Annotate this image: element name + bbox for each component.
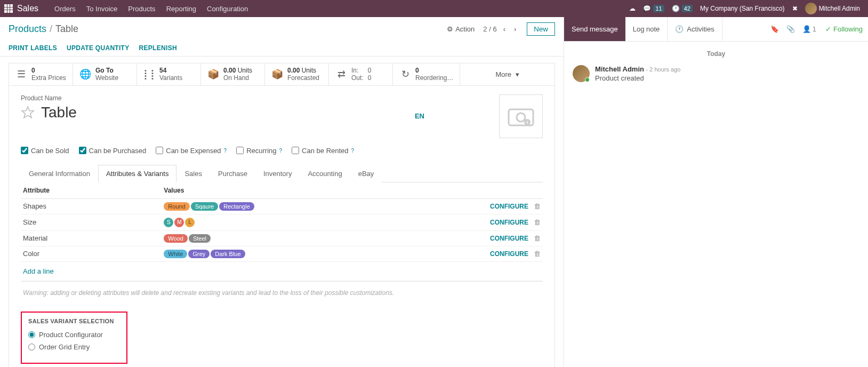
- stat-forecasted[interactable]: 📦 0.00 UnitsForecasted: [265, 63, 329, 85]
- menu-orders[interactable]: Orders: [49, 5, 81, 13]
- replenish-button[interactable]: REPLENISH: [139, 44, 177, 52]
- svg-marker-0: [22, 107, 34, 118]
- attr-values[interactable]: SML: [162, 214, 484, 230]
- tray-activities-icon[interactable]: 🕐42: [672, 5, 693, 12]
- checkbox-can-be-purchased[interactable]: Can be Purchased: [79, 147, 147, 155]
- log-note-button[interactable]: Log note: [625, 17, 668, 41]
- value-tag[interactable]: M: [174, 218, 184, 227]
- tab-general-information[interactable]: General Information: [21, 165, 98, 182]
- language-toggle[interactable]: EN: [415, 112, 424, 120]
- checkbox-can-be-sold[interactable]: Can be Sold: [21, 147, 69, 155]
- activities-button[interactable]: 🕐Activities: [667, 17, 722, 41]
- attr-values[interactable]: RoundSqaureRectangle: [162, 198, 484, 214]
- tray-messages-icon[interactable]: 💬11: [643, 5, 664, 12]
- value-tag[interactable]: White: [164, 250, 187, 258]
- pager-text: 2 / 6: [483, 25, 496, 33]
- out-value: 0: [368, 74, 372, 82]
- trash-icon[interactable]: 🗑: [534, 218, 541, 226]
- attr-name[interactable]: Shapes: [21, 198, 162, 214]
- value-tag[interactable]: Round: [164, 202, 189, 211]
- stat-website[interactable]: 🌐 Go ToWebsite: [73, 63, 137, 85]
- breadcrumb-parent[interactable]: Products: [9, 23, 46, 35]
- stat-in-out[interactable]: ⇄ In:0 Out:0: [329, 63, 393, 85]
- value-tag[interactable]: Sqaure: [191, 202, 218, 211]
- tray-support-icon[interactable]: ☁: [629, 5, 636, 12]
- stat-variants[interactable]: ⡇⡇ 54Variants: [137, 63, 201, 85]
- attr-values[interactable]: WhiteGreyDark Blue: [162, 246, 484, 261]
- favorite-star-icon[interactable]: [21, 106, 35, 119]
- stat-extra-prices[interactable]: ☰ 0Extra Prices: [9, 63, 73, 85]
- configure-button[interactable]: CONFIGURE: [490, 235, 528, 242]
- sales-variant-selection: SALES VARIANT SELECTION Product Configur…: [21, 312, 127, 364]
- checkbox-recurring[interactable]: Recurring?: [236, 147, 282, 155]
- help-icon[interactable]: ?: [224, 148, 227, 154]
- trash-icon[interactable]: 🗑: [534, 250, 541, 258]
- tab-attributes-variants[interactable]: Attributes & Variants: [98, 165, 177, 182]
- value-tag[interactable]: Grey: [188, 250, 210, 258]
- following-button[interactable]: ✓Following: [825, 25, 863, 33]
- stat-value: 54: [159, 67, 182, 74]
- add-line-button[interactable]: Add a line: [21, 262, 543, 281]
- apps-icon[interactable]: [4, 4, 13, 13]
- stat-more[interactable]: More ▾: [460, 63, 554, 85]
- configure-button[interactable]: CONFIGURE: [490, 203, 528, 210]
- product-image-upload[interactable]: +: [499, 94, 543, 138]
- transfer-icon: ⇄: [335, 68, 347, 80]
- list-icon: ☰: [15, 68, 27, 80]
- stat-on-hand[interactable]: 📦 0.00 UnitsOn Hand: [201, 63, 265, 85]
- user-menu[interactable]: Mitchell Admin: [805, 3, 860, 14]
- bookmark-icon[interactable]: 🔖: [770, 25, 779, 33]
- menu-products[interactable]: Products: [123, 5, 160, 13]
- attachment-icon[interactable]: 📎: [786, 25, 795, 33]
- trash-icon[interactable]: 🗑: [534, 234, 541, 242]
- pager-next[interactable]: ›: [512, 25, 518, 33]
- value-tag[interactable]: L: [185, 218, 195, 227]
- tab-sales[interactable]: Sales: [176, 165, 210, 182]
- value-tag[interactable]: S: [164, 218, 173, 227]
- stat-reordering[interactable]: ↻ 0Reordering…: [393, 63, 460, 85]
- stat-label: Website: [95, 74, 118, 82]
- table-row[interactable]: ColorWhiteGreyDark BlueCONFIGURE🗑: [21, 246, 543, 261]
- menu-to-invoice[interactable]: To Invoice: [81, 5, 123, 13]
- radio-product-configurator[interactable]: Product Configurator: [28, 331, 120, 339]
- tab-accounting[interactable]: Accounting: [300, 165, 350, 182]
- trash-icon[interactable]: 🗑: [534, 202, 541, 210]
- company-switcher[interactable]: My Company (San Francisco): [700, 5, 785, 12]
- table-row[interactable]: ShapesRoundSqaureRectangleCONFIGURE🗑: [21, 198, 543, 214]
- attr-name[interactable]: Color: [21, 246, 162, 261]
- configure-button[interactable]: CONFIGURE: [490, 250, 528, 258]
- configure-button[interactable]: CONFIGURE: [490, 219, 528, 226]
- new-button[interactable]: New: [527, 22, 555, 36]
- radio-order-grid-entry[interactable]: Order Grid Entry: [28, 343, 120, 351]
- checkbox-can-be-expensed[interactable]: Can be Expensed?: [156, 147, 227, 155]
- table-row[interactable]: SizeSMLCONFIGURE🗑: [21, 214, 543, 230]
- value-tag[interactable]: Wood: [164, 234, 188, 243]
- pager-prev[interactable]: ‹: [501, 25, 508, 33]
- help-icon[interactable]: ?: [351, 148, 355, 154]
- message: Mitchell Admin - 2 hours ago Product cre…: [573, 65, 859, 82]
- print-labels-button[interactable]: PRINT LABELS: [9, 44, 57, 52]
- checkbox-can-be-rented[interactable]: Can be Rented?: [292, 147, 354, 155]
- menu-reporting[interactable]: Reporting: [161, 5, 202, 13]
- table-row[interactable]: MaterialWoodSteelCONFIGURE🗑: [21, 230, 543, 246]
- message-author[interactable]: Mitchell Admin: [595, 65, 644, 73]
- value-tag[interactable]: Rectangle: [219, 202, 254, 211]
- attr-name[interactable]: Size: [21, 214, 162, 230]
- menu-configuration[interactable]: Configuration: [202, 5, 253, 13]
- update-quantity-button[interactable]: UPDATE QUANTITY: [67, 44, 130, 52]
- help-icon[interactable]: ?: [279, 148, 283, 154]
- attr-name[interactable]: Material: [21, 230, 162, 246]
- tab-inventory[interactable]: Inventory: [255, 165, 300, 182]
- value-tag[interactable]: Dark Blue: [211, 250, 245, 258]
- svg-point-2: [517, 113, 525, 122]
- attr-values[interactable]: WoodSteel: [162, 230, 484, 246]
- tab-purchase[interactable]: Purchase: [210, 165, 255, 182]
- action-dropdown[interactable]: ⚙Action: [447, 25, 475, 33]
- product-name[interactable]: Table: [41, 104, 77, 121]
- tray-debug-icon[interactable]: ✖: [792, 5, 798, 12]
- value-tag[interactable]: Steel: [189, 234, 211, 243]
- send-message-button[interactable]: Send message: [564, 17, 625, 41]
- followers-button[interactable]: 👤1: [802, 25, 816, 33]
- cb-label: Can be Expensed: [166, 147, 221, 155]
- tab-ebay[interactable]: eBay: [350, 165, 382, 182]
